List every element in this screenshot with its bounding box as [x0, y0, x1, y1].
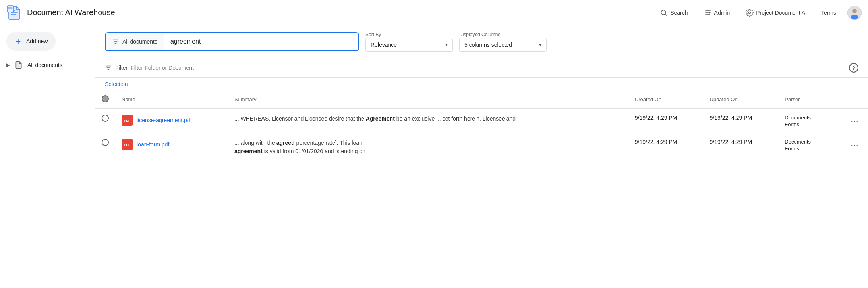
parser-column-header: Parser — [778, 90, 831, 109]
updated-on-column-header: Updated On — [704, 90, 779, 109]
row1-more-button[interactable]: ⋯ — [847, 115, 862, 127]
filter-area: Filter ? — [95, 58, 868, 78]
documents-table-wrap: Name Summary Created On Updated On Parse… — [95, 90, 868, 288]
search-icon — [660, 9, 668, 17]
row2-summary-bold: agreed — [276, 140, 295, 146]
avatar — [847, 6, 862, 20]
row1-summary-cell: ... WHEREAS, Licensor and Licensee desir… — [228, 109, 628, 133]
all-documents-label: All documents — [27, 62, 62, 68]
app-title: Document AI Warehouse — [27, 8, 115, 17]
row2-updated-on-cell: 9/19/22, 4:29 PM — [704, 133, 779, 161]
row1-updated-on-cell: 9/19/22, 4:29 PM — [704, 109, 779, 133]
row1-file-cell: PDF license-agreement.pdf — [122, 115, 222, 126]
sort-chevron-icon: ▾ — [445, 42, 448, 48]
row1-filename[interactable]: license-agreement.pdf — [137, 117, 192, 123]
row2-name-cell: PDF loan-form.pdf — [115, 133, 228, 161]
actions-column-header — [831, 90, 868, 109]
row2-summary-after: percentage rate]. This loan — [295, 140, 362, 146]
row1-parser-line1: Documents — [785, 115, 825, 121]
settings-icon — [746, 9, 754, 17]
search-bar-area: All documents Sort By Relevance ▾ Displa… — [95, 25, 868, 58]
sort-by-wrapper: Sort By Relevance ▾ — [365, 32, 453, 52]
sort-by-label: Sort By — [365, 32, 453, 37]
help-symbol: ? — [852, 65, 855, 71]
displayed-columns-value: 5 columns selected — [464, 42, 512, 48]
row1-pdf-icon: PDF — [122, 115, 133, 126]
all-documents-filter-label: All documents — [122, 38, 157, 45]
filter-lines-icon — [112, 38, 119, 45]
svg-text:PDF: PDF — [124, 119, 130, 123]
pdf-file-icon: PDF — [123, 115, 131, 125]
row2-summary-cell: ... along with the agreed percentage rat… — [228, 133, 628, 161]
displayed-columns-select[interactable]: 5 columns selected ▾ — [459, 38, 547, 52]
row1-parser-cell: Documents Forms — [778, 109, 831, 133]
admin-label: Admin — [714, 10, 730, 16]
filter-input[interactable] — [131, 65, 846, 71]
plus-icon — [14, 37, 22, 45]
row2-checkbox[interactable] — [102, 139, 109, 146]
project-button[interactable]: Project Document AI — [739, 6, 813, 20]
add-new-button[interactable]: Add new — [6, 32, 56, 51]
row2-summary-after2: is valid from 01/01/2020 and is ending o… — [263, 148, 365, 154]
row2-more-button[interactable]: ⋯ — [847, 139, 862, 152]
table-row: PDF license-agreement.pdf ... WHEREAS, L… — [95, 109, 868, 133]
row2-summary-text: ... along with the agreed percentage rat… — [234, 140, 365, 154]
displayed-columns-label: Displayed Columns — [459, 32, 547, 37]
svg-point-12 — [853, 9, 857, 13]
search-input[interactable] — [164, 33, 358, 50]
checkbox-column-header — [95, 90, 115, 109]
row2-filename[interactable]: loan-form.pdf — [137, 141, 169, 148]
main-layout: Add new ▶ All documents All documents — [0, 25, 868, 288]
terms-button[interactable]: Terms — [816, 6, 841, 19]
expand-arrow-icon: ▶ — [6, 62, 10, 68]
svg-point-7 — [709, 12, 710, 13]
row1-summary-text: ... WHEREAS, Licensor and Licensee desir… — [234, 115, 516, 122]
row1-created-on-cell: 9/19/22, 4:29 PM — [628, 109, 704, 133]
row1-parser-info: Documents Forms — [785, 115, 825, 127]
created-on-column-header: Created On — [628, 90, 704, 109]
pdf-file-icon-2: PDF — [123, 140, 131, 149]
documents-table: Name Summary Created On Updated On Parse… — [95, 90, 868, 161]
sidebar-item-all-documents[interactable]: ▶ All documents — [0, 57, 89, 73]
sidebar: Add new ▶ All documents — [0, 25, 95, 288]
sort-by-select[interactable]: Relevance ▾ — [365, 38, 453, 52]
filter-icon — [105, 64, 112, 71]
table-header: Name Summary Created On Updated On Parse… — [95, 90, 868, 109]
search-button[interactable]: Search — [653, 6, 694, 20]
row2-created-on-cell: 9/19/22, 4:29 PM — [628, 133, 704, 161]
row2-action-cell: ⋯ — [837, 139, 862, 152]
table-row: PDF loan-form.pdf ... along with the agr… — [95, 133, 868, 161]
avatar-photo — [847, 6, 862, 20]
row2-file-cell: PDF loan-form.pdf — [122, 139, 222, 150]
app-logo-icon — [6, 5, 22, 21]
logo-area: Document AI Warehouse — [6, 5, 653, 21]
admin-button[interactable]: Admin — [698, 6, 737, 20]
row2-actions-cell: ⋯ — [831, 133, 868, 161]
svg-point-2 — [661, 10, 666, 15]
help-icon[interactable]: ? — [849, 63, 858, 73]
selection-area: Selection — [95, 78, 868, 90]
row2-summary-bold2: agreement — [234, 148, 263, 154]
row2-parser-line2: Forms — [785, 146, 825, 152]
row1-name-cell: PDF license-agreement.pdf — [115, 109, 228, 133]
row1-action-cell: ⋯ — [837, 115, 862, 127]
row1-summary-before: ... WHEREAS, Licensor and Licensee desir… — [234, 115, 366, 122]
row1-summary-after: be an exclusive ... set forth herein, Li… — [395, 115, 516, 122]
header-row: Name Summary Created On Updated On Parse… — [95, 90, 868, 109]
document-icon — [15, 61, 23, 69]
name-column-header: Name — [115, 90, 228, 109]
project-label: Project Document AI — [756, 10, 807, 16]
header-checkbox[interactable] — [102, 95, 109, 102]
row1-checkbox-cell — [95, 109, 115, 133]
sort-by-value: Relevance — [371, 42, 397, 48]
admin-icon — [704, 9, 712, 17]
selection-link[interactable]: Selection — [105, 81, 128, 87]
table-body: PDF license-agreement.pdf ... WHEREAS, L… — [95, 109, 868, 161]
add-new-label: Add new — [26, 38, 48, 44]
all-documents-filter-button[interactable]: All documents — [106, 33, 164, 50]
row2-pdf-icon: PDF — [122, 139, 133, 150]
row1-parser-line2: Forms — [785, 121, 825, 127]
row1-checkbox[interactable] — [102, 115, 109, 122]
row2-checkbox-cell — [95, 133, 115, 161]
svg-point-13 — [851, 15, 858, 19]
